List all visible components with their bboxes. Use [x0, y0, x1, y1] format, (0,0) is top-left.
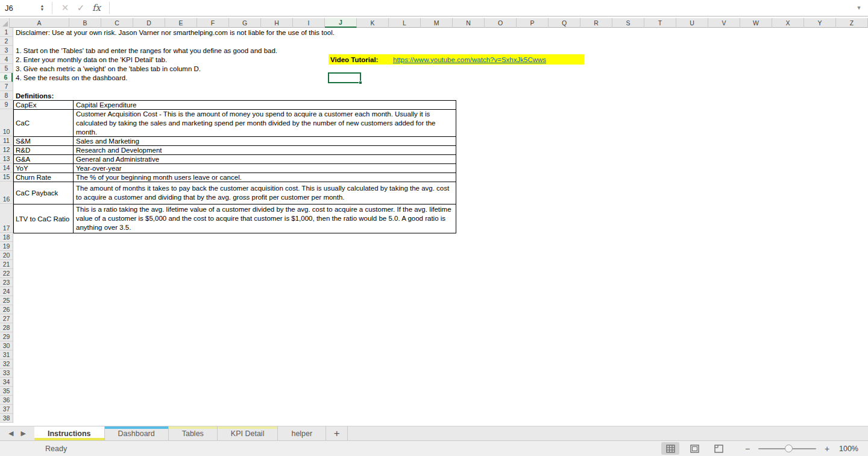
sheet-tab-kpi-detail[interactable]: KPI Detail — [218, 426, 278, 440]
column-header-S[interactable]: S — [612, 18, 644, 28]
row-header-12[interactable]: 12 — [0, 145, 13, 154]
name-box[interactable]: J6 — [0, 0, 37, 16]
row-header-33[interactable]: 33 — [0, 369, 13, 378]
row-header-10[interactable]: 10 — [0, 109, 13, 136]
row-header-8[interactable]: 8 — [0, 91, 13, 100]
definition-row-cac-payback: CaC PaybackThe amount of months it takes… — [14, 182, 456, 204]
row-header-26[interactable]: 26 — [0, 305, 13, 314]
row-header-17[interactable]: 17 — [0, 204, 13, 233]
column-header-Q[interactable]: Q — [549, 18, 580, 28]
zoom-slider-knob[interactable] — [785, 445, 793, 452]
select-all-corner[interactable] — [0, 18, 10, 28]
row-header-36[interactable]: 36 — [0, 396, 13, 405]
column-header-W[interactable]: W — [740, 18, 772, 28]
column-header-M[interactable]: M — [421, 18, 453, 28]
formula-bar-expand-icon[interactable]: ▼ — [850, 5, 868, 11]
worksheet[interactable]: 1234567891011121314151617181920212223242… — [0, 28, 868, 426]
row-header-16[interactable]: 16 — [0, 182, 13, 204]
fill-handle[interactable] — [359, 81, 362, 84]
normal-view-button[interactable] — [661, 442, 679, 455]
row-header-13[interactable]: 13 — [0, 154, 13, 163]
sheet-tab-helper[interactable]: helper — [278, 426, 326, 440]
row-header-11[interactable]: 11 — [0, 136, 13, 145]
row-header-15[interactable]: 15 — [0, 173, 13, 182]
row-header-34[interactable]: 34 — [0, 378, 13, 387]
column-header-O[interactable]: O — [485, 18, 517, 28]
column-header-X[interactable]: X — [772, 18, 804, 28]
row-header-5[interactable]: 5 — [0, 64, 13, 73]
zoom-out-button[interactable]: − — [741, 444, 753, 454]
row-header-23[interactable]: 23 — [0, 278, 13, 287]
column-header-G[interactable]: G — [229, 18, 261, 28]
row-header-6[interactable]: 6 — [0, 73, 13, 82]
column-header-F[interactable]: F — [197, 18, 229, 28]
video-tutorial-link[interactable]: https://www.youtube.com/watch?v=SxhxJk5C… — [393, 56, 546, 63]
tab-label: KPI Detail — [231, 429, 265, 438]
definition-text: The amount of months it takes to pay bac… — [74, 182, 456, 204]
row-header-28[interactable]: 28 — [0, 323, 13, 332]
column-header-R[interactable]: R — [580, 18, 612, 28]
row-header-31[interactable]: 31 — [0, 350, 13, 359]
column-header-B[interactable]: B — [69, 18, 101, 28]
row-header-20[interactable]: 20 — [0, 251, 13, 260]
row-header-21[interactable]: 21 — [0, 260, 13, 269]
row-header-29[interactable]: 29 — [0, 332, 13, 341]
sheet-tab-instructions[interactable]: Instructions — [34, 426, 105, 440]
page-break-icon — [714, 445, 723, 453]
column-header-E[interactable]: E — [165, 18, 197, 28]
column-header-D[interactable]: D — [133, 18, 165, 28]
tab-scroll-left-icon[interactable]: ◀ — [8, 429, 13, 437]
column-header-V[interactable]: V — [708, 18, 740, 28]
column-header-C[interactable]: C — [101, 18, 133, 28]
tab-scroll-right-icon[interactable]: ▶ — [21, 429, 26, 437]
column-header-L[interactable]: L — [389, 18, 421, 28]
row-header-7[interactable]: 7 — [0, 82, 13, 91]
row-header-9[interactable]: 9 — [0, 100, 13, 109]
row-header-37[interactable]: 37 — [0, 405, 13, 414]
cancel-icon[interactable]: ✕ — [57, 1, 73, 14]
row-header-27[interactable]: 27 — [0, 314, 13, 323]
column-header-Z[interactable]: Z — [836, 18, 868, 28]
column-header-U[interactable]: U — [676, 18, 708, 28]
add-sheet-button[interactable]: + — [326, 426, 348, 440]
row-header-38[interactable]: 38 — [0, 414, 13, 423]
row-header-24[interactable]: 24 — [0, 287, 13, 296]
zoom-slider[interactable] — [758, 448, 816, 449]
row-header-1[interactable]: 1 — [0, 28, 13, 37]
column-header-P[interactable]: P — [517, 18, 549, 28]
enter-icon[interactable]: ✓ — [73, 1, 89, 14]
column-header-K[interactable]: K — [357, 18, 389, 28]
column-header-N[interactable]: N — [453, 18, 485, 28]
row-header-30[interactable]: 30 — [0, 341, 13, 350]
column-header-A[interactable]: A — [10, 18, 69, 28]
tab-scroll-nav: ◀ ▶ — [0, 426, 34, 440]
insert-function-icon[interactable]: fx — [89, 1, 104, 14]
definition-text: Year-over-year — [74, 164, 456, 173]
row-header-3[interactable]: 3 — [0, 46, 13, 55]
row-header-19[interactable]: 19 — [0, 242, 13, 251]
zoom-level-label[interactable]: 100% — [833, 445, 864, 453]
column-header-T[interactable]: T — [644, 18, 676, 28]
sheet-tab-tables[interactable]: Tables — [169, 426, 218, 440]
row-header-32[interactable]: 32 — [0, 359, 13, 369]
column-header-H[interactable]: H — [261, 18, 293, 28]
page-layout-view-button[interactable] — [685, 442, 703, 455]
row-header-22[interactable]: 22 — [0, 269, 13, 278]
selected-cell-J6[interactable] — [328, 72, 361, 83]
row-header-14[interactable]: 14 — [0, 163, 13, 173]
column-header-I[interactable]: I — [293, 18, 325, 28]
page-break-view-button[interactable] — [709, 442, 728, 455]
zoom-in-button[interactable]: + — [821, 444, 833, 454]
row-header-18[interactable]: 18 — [0, 233, 13, 242]
row-header-25[interactable]: 25 — [0, 296, 13, 305]
spinner-down-icon[interactable]: ▼ — [40, 8, 45, 11]
sheet-tab-dashboard[interactable]: Dashboard — [105, 426, 169, 440]
status-bar: Ready — [0, 441, 868, 456]
row-header-35[interactable]: 35 — [0, 387, 13, 396]
name-box-spinner[interactable]: ▲ ▼ — [37, 2, 47, 14]
column-header-Y[interactable]: Y — [804, 18, 836, 28]
row-header-4[interactable]: 4 — [0, 55, 13, 64]
formula-input[interactable] — [115, 1, 850, 14]
column-header-J[interactable]: J — [325, 18, 357, 28]
row-header-2[interactable]: 2 — [0, 37, 13, 46]
